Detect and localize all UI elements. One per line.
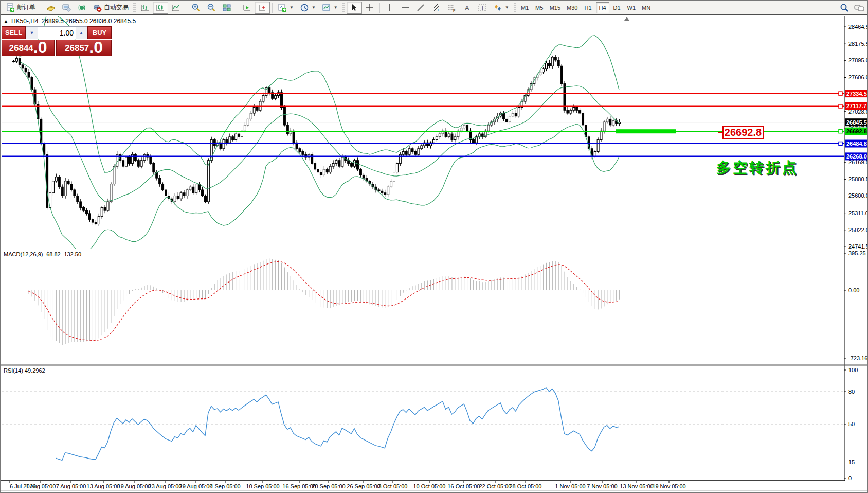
svg-text:10 Oct 05:00: 10 Oct 05:00 [413, 483, 446, 489]
svg-text:50: 50 [848, 421, 855, 427]
sell-price-big-digit: .0 [33, 40, 47, 55]
svg-text:-723.16: -723.16 [848, 355, 867, 361]
svg-text:25880.5: 25880.5 [848, 176, 868, 182]
svg-text:3 Oct 05:00: 3 Oct 05:00 [378, 483, 408, 489]
svg-text:27606.0: 27606.0 [848, 74, 868, 80]
sell-price-main: 26844 [9, 42, 33, 55]
price-axis: 28464.528175.527895.027606.027028.026747… [844, 24, 868, 250]
macd-header: MACD(12,26,9) -68.82 -132.50 [4, 251, 81, 257]
svg-text:4 Sep 05:00: 4 Sep 05:00 [210, 483, 240, 489]
macd-axis: 395.250.00-723.16 [844, 250, 867, 361]
svg-text:1 Nov 05:00: 1 Nov 05:00 [555, 483, 585, 489]
svg-text:0: 0 [848, 475, 852, 481]
svg-text:15: 15 [848, 459, 855, 465]
svg-text:26692.8: 26692.8 [846, 128, 867, 134]
svg-text:100: 100 [848, 367, 858, 373]
svg-text:395.25: 395.25 [848, 250, 866, 256]
rsi-header: RSI(14) 49.2962 [4, 367, 45, 374]
svg-text:28464.5: 28464.5 [848, 24, 868, 30]
svg-text:22 Oct 05:00: 22 Oct 05:00 [479, 483, 512, 489]
svg-text:20 Sep 05:00: 20 Sep 05:00 [312, 483, 345, 489]
price-callout-box[interactable]: 26692.8 [722, 126, 764, 139]
chart-ohlc-values: 26899.5 26955.0 26836.0 26845.5 [42, 17, 136, 25]
sell-price[interactable]: 26844 .0 [2, 40, 55, 56]
time-axis: 6 Jul 20191 Aug 05:007 Aug 05:0013 Aug 0… [10, 481, 686, 489]
buy-button[interactable]: BUY [87, 26, 112, 39]
svg-text:16 Sep 05:00: 16 Sep 05:00 [282, 483, 316, 489]
svg-text:7 Nov 05:00: 7 Nov 05:00 [587, 483, 617, 489]
svg-text:26845.5: 26845.5 [846, 119, 867, 126]
svg-text:16 Oct 05:00: 16 Oct 05:00 [448, 483, 480, 489]
chart-canvas[interactable]: 28464.528175.527895.027606.027028.026747… [1, 15, 868, 493]
svg-text:19 Nov 05:00: 19 Nov 05:00 [652, 483, 685, 489]
svg-text:25311.0: 25311.0 [848, 210, 868, 216]
macd-pane [29, 258, 620, 345]
rsi-axis: 1008050150 [844, 367, 858, 481]
one-click-trading-panel: SELL ▼ ▲ BUY 26844 .0 26857 .0 [2, 26, 112, 56]
svg-text:7 Aug 05:00: 7 Aug 05:00 [56, 483, 86, 489]
sell-button[interactable]: SELL [2, 26, 26, 39]
chart-title: ▲ HK50-,H4 26899.5 26955.0 26836.0 26845… [4, 17, 136, 25]
chart-svg: 28464.528175.527895.027606.027028.026747… [1, 1, 868, 493]
mt4-window: 新订单 自动交易 [0, 0, 868, 493]
svg-text:80: 80 [848, 389, 855, 395]
svg-text:0.00: 0.00 [848, 287, 859, 293]
svg-text:10 Sep 05:00: 10 Sep 05:00 [246, 483, 279, 489]
collapse-triangle-icon: ▲ [4, 19, 8, 24]
volume-input[interactable] [38, 27, 76, 39]
svg-text:13 Aug 05:00: 13 Aug 05:00 [87, 483, 120, 489]
volume-increase-button[interactable]: ▲ [76, 27, 87, 39]
svg-text:29 Aug 05:00: 29 Aug 05:00 [179, 483, 213, 489]
volume-control: ▼ ▲ [26, 26, 87, 39]
chart-symbol-period: HK50-,H4 [11, 17, 39, 25]
svg-text:1 Aug 05:00: 1 Aug 05:00 [26, 483, 56, 489]
svg-text:27334.5: 27334.5 [846, 91, 867, 97]
svg-text:13 Nov 05:00: 13 Nov 05:00 [620, 483, 653, 489]
turning-point-note[interactable]: 多空转折点 [716, 158, 799, 178]
svg-text:28 Oct 05:00: 28 Oct 05:00 [510, 483, 542, 489]
scroll-marker-icon [624, 17, 629, 21]
buy-price[interactable]: 26857 .0 [56, 40, 112, 56]
svg-text:26268.0: 26268.0 [846, 153, 867, 160]
support-zone [616, 129, 676, 133]
svg-text:27117.7: 27117.7 [846, 103, 866, 109]
rsi-pane [2, 388, 844, 462]
buy-price-main: 26857 [65, 42, 89, 55]
buy-price-big-digit: .0 [89, 40, 103, 55]
svg-text:19 Aug 05:00: 19 Aug 05:00 [118, 483, 151, 489]
svg-text:28175.5: 28175.5 [848, 41, 868, 47]
svg-text:26484.8: 26484.8 [846, 140, 867, 147]
svg-text:25022.0: 25022.0 [848, 227, 868, 233]
svg-text:24741.5: 24741.5 [848, 243, 868, 250]
svg-text:23 Aug 05:00: 23 Aug 05:00 [149, 483, 182, 489]
svg-text:27895.0: 27895.0 [848, 57, 868, 63]
svg-text:26 Sep 05:00: 26 Sep 05:00 [347, 483, 380, 489]
volume-decrease-button[interactable]: ▼ [26, 27, 38, 39]
svg-text:25600.0: 25600.0 [848, 192, 868, 199]
